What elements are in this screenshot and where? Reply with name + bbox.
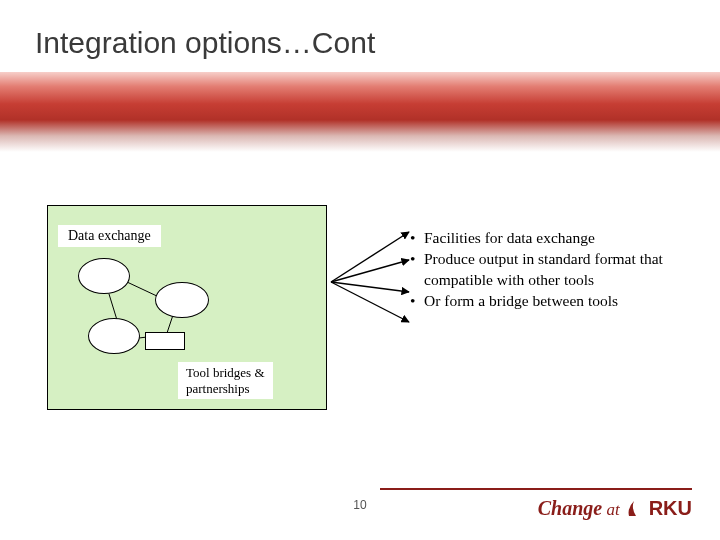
footer-brand-text: Change at <box>538 497 620 520</box>
bullet-item: • Or form a bridge between tools <box>410 291 710 312</box>
bullet-list: • Facilities for data exchange • Produce… <box>410 228 710 312</box>
bullet-dot-icon: • <box>410 228 424 249</box>
diagram-node-oval <box>88 318 140 354</box>
slide: Integration options…Cont Data exchange T… <box>0 0 720 540</box>
bullet-item: • Produce output in standard format that… <box>410 249 710 291</box>
rku-logo: RKU <box>626 497 692 520</box>
rku-swoosh-icon <box>626 498 646 520</box>
bullet-text: Or form a bridge between tools <box>424 291 710 312</box>
diagram-node-oval <box>155 282 209 318</box>
bullet-dot-icon: • <box>410 291 424 312</box>
header-accent-bar <box>0 72 720 152</box>
footer-logo: Change at RKU <box>538 497 692 520</box>
svg-line-7 <box>331 282 409 322</box>
bullet-text: Facilities for data exchange <box>424 228 710 249</box>
brand-at: at <box>602 500 619 519</box>
bullet-dot-icon: • <box>410 249 424 291</box>
arrow-fan-icon <box>327 220 417 340</box>
diagram-node-rect <box>145 332 185 350</box>
svg-line-6 <box>331 282 409 292</box>
svg-line-5 <box>331 260 409 282</box>
bullet-text: Produce output in standard format that c… <box>424 249 710 291</box>
brand-rku: RKU <box>649 497 692 520</box>
bullet-item: • Facilities for data exchange <box>410 228 710 249</box>
tool-bridges-label: Tool bridges &partnerships <box>178 362 273 399</box>
footer-divider <box>380 488 692 490</box>
svg-line-4 <box>331 232 409 282</box>
slide-title: Integration options…Cont <box>35 26 375 60</box>
data-exchange-label: Data exchange <box>58 225 161 247</box>
diagram-node-oval <box>78 258 130 294</box>
brand-change: Change <box>538 497 602 519</box>
